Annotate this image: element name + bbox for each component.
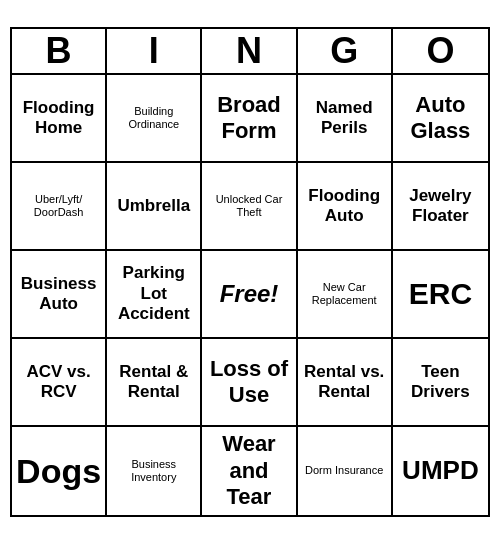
header-letter-B: B [12, 29, 107, 73]
bingo-cell-2: Broad Form [202, 75, 297, 163]
bingo-cell-14: ERC [393, 251, 488, 339]
bingo-cell-16: Rental & Rental [107, 339, 202, 427]
bingo-cell-12: Free! [202, 251, 297, 339]
bingo-cell-20: Dogs [12, 427, 107, 515]
bingo-cell-5: Uber/Lyft/ DoorDash [12, 163, 107, 251]
bingo-cell-9: Jewelry Floater [393, 163, 488, 251]
bingo-cell-10: Business Auto [12, 251, 107, 339]
bingo-cell-22: Wear and Tear [202, 427, 297, 515]
bingo-grid: Flooding HomeBuilding OrdinanceBroad For… [12, 75, 488, 515]
bingo-cell-3: Named Perils [298, 75, 393, 163]
header-letter-I: I [107, 29, 202, 73]
bingo-cell-24: UMPD [393, 427, 488, 515]
bingo-cell-13: New Car Replacement [298, 251, 393, 339]
bingo-cell-7: Unlocked Car Theft [202, 163, 297, 251]
bingo-cell-6: Umbrella [107, 163, 202, 251]
header-letter-N: N [202, 29, 297, 73]
bingo-cell-19: Teen Drivers [393, 339, 488, 427]
bingo-cell-21: Business Inventory [107, 427, 202, 515]
header-letter-O: O [393, 29, 488, 73]
bingo-cell-15: ACV vs. RCV [12, 339, 107, 427]
bingo-cell-18: Rental vs. Rental [298, 339, 393, 427]
bingo-cell-17: Loss of Use [202, 339, 297, 427]
bingo-cell-23: Dorm Insurance [298, 427, 393, 515]
bingo-cell-11: Parking Lot Accident [107, 251, 202, 339]
bingo-card: BINGO Flooding HomeBuilding OrdinanceBro… [10, 27, 490, 517]
bingo-cell-1: Building Ordinance [107, 75, 202, 163]
bingo-cell-0: Flooding Home [12, 75, 107, 163]
bingo-header: BINGO [12, 29, 488, 75]
header-letter-G: G [298, 29, 393, 73]
bingo-cell-4: Auto Glass [393, 75, 488, 163]
bingo-cell-8: Flooding Auto [298, 163, 393, 251]
